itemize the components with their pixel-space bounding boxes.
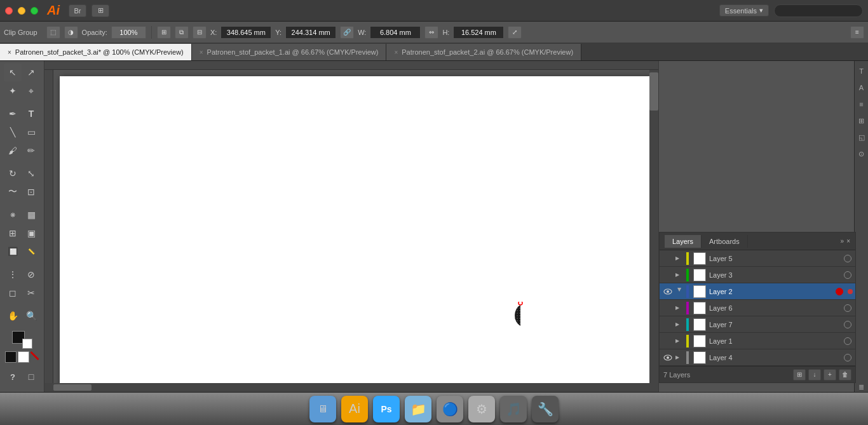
canvas-viewport[interactable] <box>53 70 658 383</box>
right-strip-btn-1[interactable]: T <box>857 66 867 76</box>
column-graph-tool[interactable]: ▦ <box>22 206 40 224</box>
paintbrush-tool[interactable]: 🖌 <box>4 142 22 159</box>
artboards-tab[interactable]: Artboards <box>702 235 748 248</box>
view-mode-button[interactable]: ⊞ <box>92 4 109 17</box>
rectangle-tool[interactable]: ▭ <box>22 123 40 141</box>
layer-expand-3[interactable]: ▶ <box>675 272 683 278</box>
lasso-tool[interactable]: ⌖ <box>22 82 40 100</box>
measure-tool[interactable]: 📏 <box>22 243 40 260</box>
layer-row-7[interactable]: ▶ Layer 7 <box>660 316 855 333</box>
scale-tool[interactable]: ⤡ <box>22 165 40 182</box>
dock-icon-3[interactable]: 🎵 <box>500 396 527 422</box>
symbol-sprayer-tool[interactable]: ❋ <box>4 206 22 224</box>
warp-tool[interactable]: 〜 <box>4 183 22 201</box>
y-input[interactable] <box>285 26 336 39</box>
bridge-button[interactable]: Br <box>69 4 86 17</box>
v-scrollbar[interactable] <box>649 70 658 383</box>
line-tool[interactable]: ╲ <box>4 123 22 141</box>
delete-layer-button[interactable]: 🗑 <box>839 369 851 381</box>
free-transform-tool[interactable]: ⊡ <box>22 183 40 201</box>
layer-target-7[interactable] <box>844 321 851 328</box>
right-strip-btn-6[interactable]: ⊙ <box>857 149 867 159</box>
eraser-tool[interactable]: ◻ <box>4 284 22 302</box>
fullscreen-button[interactable] <box>31 7 38 15</box>
v-scrollbar-thumb[interactable] <box>649 72 658 111</box>
zoom-tool[interactable]: 🔍 <box>22 307 40 325</box>
mask-button[interactable]: ◑ <box>64 26 78 39</box>
panel-expand-btn[interactable]: » <box>841 238 844 245</box>
link-proportions-button[interactable]: 🔗 <box>340 26 354 39</box>
transform-button[interactable]: ⧉ <box>175 26 189 39</box>
magic-wand-tool[interactable]: ✦ <box>4 82 22 100</box>
right-strip-btn-3[interactable]: ≡ <box>857 99 867 109</box>
blend-tool[interactable]: ⋮ <box>4 266 22 283</box>
h-scrollbar[interactable] <box>44 383 658 392</box>
tab-3[interactable]: × Patronen_stof_packet_2.ai @ 66.67% (CM… <box>386 44 581 60</box>
h-scrollbar-thumb[interactable] <box>53 384 92 391</box>
eyedropper-tool[interactable]: 🔲 <box>4 243 22 260</box>
dock-icon-1[interactable]: 🔵 <box>437 396 463 422</box>
new-layer-button[interactable]: + <box>824 369 836 381</box>
move-to-layer-button[interactable]: ↓ <box>808 369 821 381</box>
panel-close-btn[interactable]: × <box>846 238 850 245</box>
layer-target-5[interactable] <box>844 255 851 262</box>
make-sublayer-button[interactable]: ⊞ <box>793 369 806 381</box>
layer-visibility-4[interactable] <box>662 354 674 361</box>
layer-target-1[interactable] <box>844 337 851 345</box>
slice-tool[interactable]: ⊘ <box>22 266 40 283</box>
rotate-tool[interactable]: ↻ <box>4 165 22 182</box>
scissors-tool[interactable]: ✂ <box>22 284 40 302</box>
dock-icon-4[interactable]: 🔧 <box>532 396 559 422</box>
direct-selection-tool[interactable]: ↗ <box>22 64 40 81</box>
mesh-tool[interactable]: ⊞ <box>4 224 22 242</box>
link-wh-button[interactable]: ⇔ <box>424 26 438 39</box>
layer-row-4[interactable]: ▶ Layer 4 <box>660 349 855 366</box>
qr-button[interactable]: ⊟ <box>193 26 207 39</box>
layer-expand-5[interactable]: ▶ <box>675 255 683 261</box>
isolate-button[interactable]: ⬚ <box>46 26 60 39</box>
layer-row-5[interactable]: ▶ Layer 5 <box>660 250 855 267</box>
w-input[interactable] <box>370 26 421 39</box>
layer-target-3[interactable] <box>844 271 851 279</box>
layer-expand-2[interactable]: ▶ <box>677 288 682 295</box>
minimize-button[interactable] <box>18 7 25 15</box>
hand-tool[interactable]: ✋ <box>4 307 22 325</box>
layer-expand-7[interactable]: ▶ <box>675 321 683 327</box>
search-input[interactable] <box>774 4 863 17</box>
layers-tab[interactable]: Layers <box>665 235 702 248</box>
right-strip-btn-4[interactable]: ⊞ <box>857 116 867 126</box>
selection-tool[interactable]: ↖ <box>4 64 22 81</box>
layer-expand-1[interactable]: ▶ <box>675 338 683 344</box>
dock-icon-2[interactable]: ⚙ <box>468 396 495 422</box>
layer-row-3[interactable]: ▶ Layer 3 <box>660 267 855 283</box>
right-strip-btn-5[interactable]: ◱ <box>857 132 867 142</box>
none-button[interactable] <box>31 351 39 360</box>
close-button[interactable] <box>5 7 13 15</box>
tab-close-3[interactable]: × <box>394 49 398 56</box>
dock-ai[interactable]: Ai <box>341 396 368 422</box>
pencil-tool[interactable]: ✏ <box>22 142 40 159</box>
dock-ps[interactable]: Ps <box>373 396 400 422</box>
layer-expand-4[interactable]: ▶ <box>675 354 683 360</box>
artboard-tool[interactable]: □ <box>22 368 40 386</box>
fill-color[interactable] <box>5 351 17 363</box>
opacity-input[interactable] <box>111 26 146 39</box>
dock-folder[interactable]: 📁 <box>405 396 431 422</box>
pen-tool[interactable]: ✒ <box>4 105 22 123</box>
tab-1[interactable]: × Patronen_stof_packet_3.ai* @ 100% (CMY… <box>0 44 192 60</box>
tab-close-1[interactable]: × <box>8 49 11 56</box>
gradient-tool[interactable]: ▣ <box>22 224 40 242</box>
layer-target-6[interactable] <box>844 304 851 312</box>
layer-expand-6[interactable]: ▶ <box>675 305 683 311</box>
layer-visibility-2[interactable] <box>662 288 674 295</box>
h-input[interactable] <box>453 26 504 39</box>
layer-target-4[interactable] <box>844 354 851 361</box>
layer-target-2[interactable] <box>836 288 843 295</box>
dock-finder[interactable]: 🖥 <box>309 396 336 422</box>
more-options-button[interactable]: ≡ <box>850 26 864 39</box>
workspace-selector[interactable]: Essentials ▾ <box>719 4 769 17</box>
right-strip-btn-bottom[interactable]: ≣ <box>857 382 867 392</box>
transform-options-button[interactable]: ⊞ <box>157 26 171 39</box>
layer-row-1[interactable]: ▶ Layer 1 <box>660 333 855 349</box>
help-tool[interactable]: ? <box>4 368 22 386</box>
